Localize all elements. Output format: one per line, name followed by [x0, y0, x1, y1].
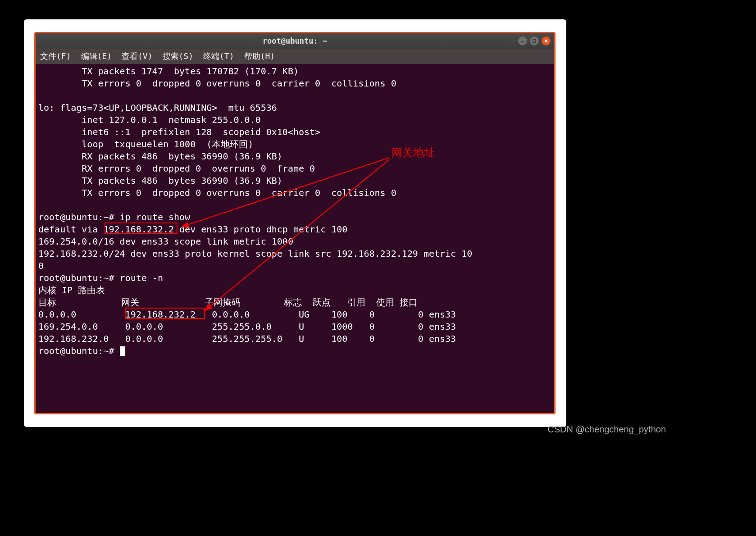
term-line: loop txqueuelen 1000 (本地环回) [38, 139, 253, 150]
term-line: TX packets 486 bytes 36990 (36.9 KB) [38, 175, 282, 186]
term-line: 169.254.0.0 0.0.0.0 255.255.0.0 U 1000 0… [38, 321, 456, 332]
term-line: 内核 IP 路由表 [38, 285, 105, 295]
term-line: 目标 网关 子网掩码 标志 跃点 引用 使用 接口 [38, 297, 418, 308]
menu-bar: 文件(F) 编辑(E) 查看(V) 搜索(S) 终端(T) 帮助(H) [36, 49, 554, 64]
term-line: 0 [38, 260, 49, 271]
term-line: default via 192.168.232.2 dev ens33 prot… [38, 224, 353, 235]
term-line: 192.168.232.0 0.0.0.0 255.255.255.0 U 10… [38, 333, 456, 344]
watermark-text: CSDN @chengcheng_python [547, 424, 666, 435]
term-line: inet6 ::1 prefixlen 128 scopeid 0x10<hos… [38, 127, 320, 137]
cursor-icon [120, 346, 125, 356]
highlight-gateway-1 [105, 223, 178, 234]
minimize-button[interactable] [518, 36, 527, 45]
minimize-icon [520, 39, 525, 43]
term-line: 0.0.0.0 192.168.232.2 0.0.0.0 UG 100 0 0… [38, 309, 456, 320]
term-line: RX errors 0 dropped 0 overruns 0 frame 0 [38, 163, 315, 174]
term-line: TX errors 0 dropped 0 overruns 0 carrier… [38, 78, 396, 89]
close-icon [544, 39, 548, 43]
terminal-window: root@ubuntu: ~ 文件(F) 编辑(E) 查看(V) 搜索(S) 终… [34, 32, 556, 414]
menu-view[interactable]: 查看(V) [121, 50, 154, 63]
term-line: 169.254.0.0/16 dev ens33 scope link metr… [38, 236, 299, 247]
maximize-icon [532, 39, 537, 43]
term-line: TX errors 0 dropped 0 overruns 0 carrier… [38, 187, 396, 198]
window-controls [518, 36, 551, 45]
svg-rect-1 [533, 40, 536, 42]
term-line: root@ubuntu:~# [38, 345, 120, 356]
window-titlebar[interactable]: root@ubuntu: ~ [36, 33, 554, 49]
term-line: root@ubuntu:~# ip route show [38, 212, 190, 223]
term-line: RX packets 486 bytes 36990 (36.9 KB) [38, 151, 282, 162]
menu-edit[interactable]: 编辑(E) [80, 50, 113, 63]
screenshot-frame: root@ubuntu: ~ 文件(F) 编辑(E) 查看(V) 搜索(S) 终… [24, 19, 566, 427]
menu-terminal[interactable]: 终端(T) [202, 50, 235, 63]
close-button[interactable] [542, 36, 551, 45]
term-line: inet 127.0.0.1 netmask 255.0.0.0 [38, 114, 261, 125]
menu-search[interactable]: 搜索(S) [162, 50, 195, 63]
highlight-gateway-2 [125, 308, 205, 319]
annotation-gateway-label: 网关地址 [392, 147, 435, 159]
term-line: root@ubuntu:~# route -n [38, 273, 163, 283]
menu-file[interactable]: 文件(F) [39, 50, 72, 63]
term-line: 192.168.232.0/24 dev ens33 proto kernel … [38, 248, 472, 259]
terminal-output[interactable]: TX packets 1747 bytes 170782 (170.7 KB) … [36, 64, 554, 414]
window-title: root@ubuntu: ~ [263, 36, 327, 45]
maximize-button[interactable] [530, 36, 539, 45]
term-line: TX packets 1747 bytes 170782 (170.7 KB) [38, 66, 299, 77]
term-line: lo: flags=73<UP,LOOPBACK,RUNNING> mtu 65… [38, 102, 277, 113]
menu-help[interactable]: 帮助(H) [243, 50, 276, 63]
